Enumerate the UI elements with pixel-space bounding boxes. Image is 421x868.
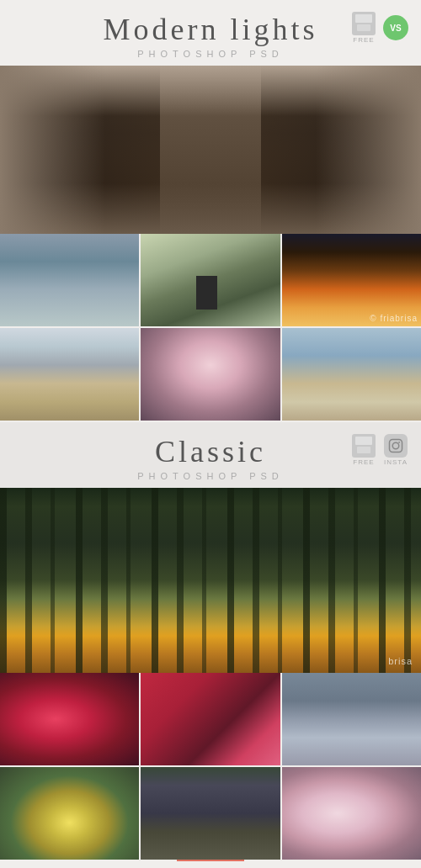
grid-cell-street [282, 673, 421, 765]
svg-rect-0 [390, 440, 402, 453]
red-flowers-photo [0, 673, 139, 765]
ocean-photo [0, 234, 139, 326]
alley-photo [0, 66, 421, 234]
vine-leaves-photo [141, 673, 280, 765]
section1-badges: FREE VS [350, 12, 409, 44]
insta-label: INSTA [384, 458, 408, 466]
grid-cell-daisy [0, 767, 139, 860]
feathers-photo [141, 767, 280, 860]
section1-header: Modern lights PHOTOSHOP PSD FREE VS [0, 0, 421, 66]
free-download-badge[interactable]: FREE [350, 12, 377, 44]
grid-cell-house [141, 234, 280, 326]
section2-header: Classic PHOTOSHOP PSD FREE INSTA [0, 422, 421, 488]
forest-photo: brisa [0, 488, 421, 673]
grid-cell-vine-leaves [141, 673, 280, 765]
watermark-brisa: brisa [388, 656, 413, 666]
svg-point-1 [392, 442, 399, 449]
paris-photo [282, 328, 421, 421]
section1-title: Modern lights [104, 13, 318, 46]
floppy-icon [352, 12, 376, 35]
grid-cell-cherry-blossoms [282, 767, 421, 860]
section1-image-grid: © friabrisa [0, 234, 421, 421]
grid-cell-red-flowers [0, 673, 139, 765]
footer: Ps gfxtra.com [0, 860, 421, 868]
classic-free-badge[interactable]: FREE [350, 434, 377, 466]
footer-divider [177, 860, 244, 861]
free-label: FREE [353, 36, 374, 44]
vs-icon: VS [383, 15, 408, 40]
cherry-blossoms-photo [282, 767, 421, 860]
house-photo [141, 234, 280, 326]
section1-subtitle: PHOTOSHOP PSD [8, 49, 413, 59]
mountains-photo [0, 328, 139, 421]
grid-cell-mountains [0, 328, 139, 421]
floppy-icon-2 [352, 434, 376, 458]
instagram-icon [384, 434, 408, 458]
section2-title: Classic [155, 435, 266, 468]
daisy-photo [0, 767, 139, 860]
main-alley-image [0, 66, 421, 234]
vs-badge-container[interactable]: VS [382, 16, 409, 40]
section2-image-grid [0, 673, 421, 860]
section2-badges: FREE INSTA [350, 434, 409, 466]
grid-cell-paris [282, 328, 421, 421]
grid-cell-feathers [141, 767, 280, 860]
blossoms-photo [141, 328, 280, 421]
insta-badge-container[interactable]: INSTA [382, 434, 409, 466]
street-photo [282, 673, 421, 765]
grid-cell-sunset: © friabrisa [282, 234, 421, 326]
svg-point-2 [398, 442, 400, 443]
main-forest-image: brisa [0, 488, 421, 673]
classic-free-label: FREE [353, 458, 374, 466]
sunset-photo: © friabrisa [282, 234, 421, 326]
grid-cell-blossoms [141, 328, 280, 421]
grid-cell-ocean [0, 234, 139, 326]
section2-subtitle: PHOTOSHOP PSD [8, 471, 413, 481]
watermark-friabrisa: © friabrisa [370, 314, 418, 323]
